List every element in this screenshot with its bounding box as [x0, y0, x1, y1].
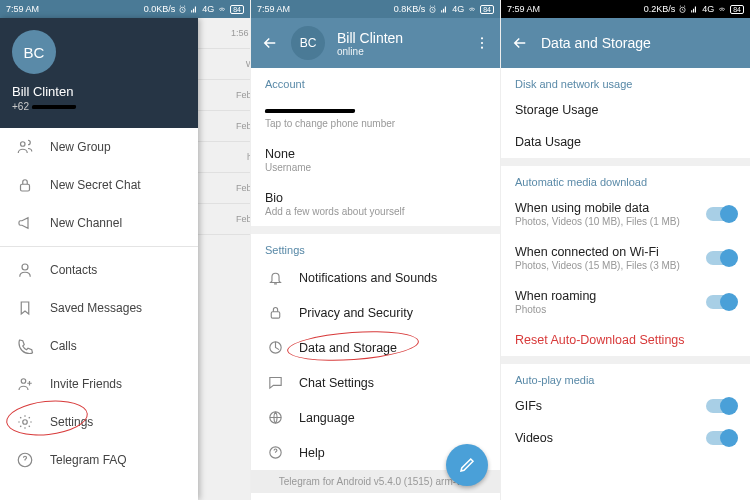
user-avatar[interactable]: BC — [12, 30, 56, 74]
svg-point-10 — [481, 47, 483, 49]
lock-icon — [16, 176, 34, 194]
row-data-usage[interactable]: Data Usage — [501, 126, 750, 158]
signal-icon — [440, 5, 449, 14]
edit-fab[interactable] — [446, 444, 488, 486]
battery-icon: 84 — [730, 5, 744, 14]
menu-calls[interactable]: Calls — [0, 327, 198, 365]
row-reset-auto-download[interactable]: Reset Auto-Download Settings — [501, 324, 750, 356]
redacted-phone — [265, 109, 356, 113]
toggle-roaming[interactable] — [706, 295, 736, 309]
status-bar: 7:59 AM 0.2KB/s 4G 84 — [501, 0, 750, 18]
help-icon — [267, 444, 284, 461]
menu-label: Settings — [50, 415, 93, 429]
status-4g: 4G — [452, 4, 464, 14]
divider — [0, 246, 198, 247]
svg-rect-2 — [21, 184, 30, 191]
globe-icon — [267, 409, 284, 426]
screen-data-storage: 7:59 AM 0.2KB/s 4G 84 Data and Storage D… — [500, 0, 750, 500]
status-time: 7:59 AM — [507, 4, 540, 14]
alarm-icon — [428, 5, 437, 14]
svg-point-8 — [481, 37, 483, 39]
menu-contacts[interactable]: Contacts — [0, 251, 198, 289]
battery-icon: 84 — [480, 5, 494, 14]
signal-icon — [690, 5, 699, 14]
menu-label: Saved Messages — [50, 301, 142, 315]
divider — [501, 158, 750, 166]
row-username[interactable]: None Username — [251, 138, 500, 182]
row-storage-usage[interactable]: Storage Usage — [501, 94, 750, 126]
toggle-gifs[interactable] — [706, 399, 736, 413]
group-icon — [16, 138, 34, 156]
profile-header: BC Bill Clinten online — [251, 18, 500, 68]
menu-label: New Channel — [50, 216, 122, 230]
status-bar: 7:59 AM 0.0KB/s 4G 84 — [0, 0, 250, 18]
back-icon[interactable] — [511, 34, 529, 52]
row-videos[interactable]: Videos — [501, 422, 750, 454]
status-time: 7:59 AM — [6, 4, 39, 14]
redacted-phone — [32, 104, 77, 108]
menu-label: Calls — [50, 339, 77, 353]
alarm-icon — [178, 5, 187, 14]
row-data-storage[interactable]: Data and Storage — [251, 330, 500, 365]
section-auto-download: Automatic media download — [501, 166, 750, 192]
menu-saved-messages[interactable]: Saved Messages — [0, 289, 198, 327]
row-phone[interactable]: Tap to change phone number — [251, 94, 500, 138]
alarm-icon — [678, 5, 687, 14]
pencil-icon — [458, 456, 476, 474]
menu-new-group[interactable]: New Group — [0, 128, 198, 166]
wifi-icon — [467, 5, 477, 14]
chat-list-background: 1:56 AM Wed Feb 11 Feb 10 h ya Feb 08 Fe… — [198, 18, 250, 500]
user-icon — [16, 261, 34, 279]
toggle-wifi[interactable] — [706, 251, 736, 265]
row-wifi[interactable]: When connected on Wi-Fi Photos, Videos (… — [501, 236, 750, 280]
lock-icon — [267, 304, 284, 321]
screen-settings: 7:59 AM 0.8KB/s 4G 84 BC Bill Clinten on… — [250, 0, 500, 500]
section-autoplay: Auto-play media — [501, 364, 750, 390]
menu-settings[interactable]: Settings — [0, 403, 198, 441]
row-language[interactable]: Language — [251, 400, 500, 435]
row-chat-settings[interactable]: Chat Settings — [251, 365, 500, 400]
menu-faq[interactable]: Telegram FAQ — [0, 441, 198, 479]
toggle-mobile[interactable] — [706, 207, 736, 221]
svg-point-9 — [481, 42, 483, 44]
chat-icon — [267, 374, 284, 391]
menu-invite-friends[interactable]: Invite Friends — [0, 365, 198, 403]
row-bio[interactable]: Bio Add a few words about yourself — [251, 182, 500, 226]
menu-label: Invite Friends — [50, 377, 122, 391]
user-name: Bill Clinten — [12, 84, 186, 99]
bell-icon — [267, 269, 284, 286]
battery-icon: 84 — [230, 5, 244, 14]
wifi-icon — [217, 5, 227, 14]
row-gifs[interactable]: GIFs — [501, 390, 750, 422]
gear-icon — [16, 413, 34, 431]
more-icon[interactable] — [474, 35, 490, 51]
divider — [251, 226, 500, 234]
menu-new-secret-chat[interactable]: New Secret Chat — [0, 166, 198, 204]
svg-point-5 — [23, 420, 28, 425]
row-roaming[interactable]: When roaming Photos — [501, 280, 750, 324]
section-disk: Disk and network usage — [501, 68, 750, 94]
menu-label: Contacts — [50, 263, 97, 277]
drawer-header: BC Bill Clinten +62 — [0, 18, 198, 128]
user-avatar[interactable]: BC — [291, 26, 325, 60]
menu-new-channel[interactable]: New Channel — [0, 204, 198, 242]
row-privacy[interactable]: Privacy and Security — [251, 295, 500, 330]
back-icon[interactable] — [261, 34, 279, 52]
page-title: Data and Storage — [541, 35, 651, 51]
section-settings: Settings — [251, 234, 500, 260]
status-bar: 7:59 AM 0.8KB/s 4G 84 — [251, 0, 500, 18]
row-notifications[interactable]: Notifications and Sounds — [251, 260, 500, 295]
menu-label: New Group — [50, 140, 111, 154]
data-icon — [267, 339, 284, 356]
phone-icon — [16, 337, 34, 355]
row-mobile-data[interactable]: When using mobile data Photos, Videos (1… — [501, 192, 750, 236]
screen-drawer: 7:59 AM 0.0KB/s 4G 84 1:56 AM Wed Feb 11… — [0, 0, 250, 500]
menu-label: Telegram FAQ — [50, 453, 127, 467]
svg-rect-11 — [271, 312, 280, 318]
megaphone-icon — [16, 214, 34, 232]
divider — [501, 356, 750, 364]
user-phone: +62 — [12, 101, 186, 112]
signal-icon — [190, 5, 199, 14]
toggle-videos[interactable] — [706, 431, 736, 445]
status-4g: 4G — [202, 4, 214, 14]
